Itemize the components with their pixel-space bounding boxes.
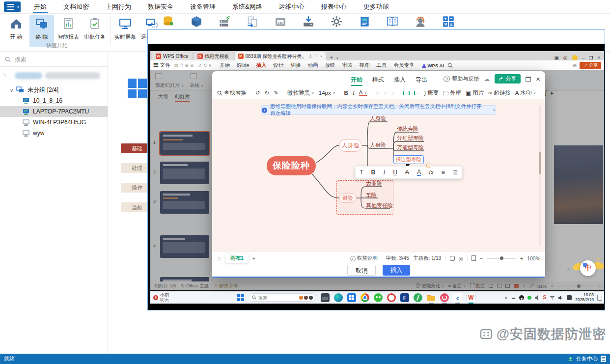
zoom-out-icon[interactable]: −: [480, 255, 483, 261]
menu-item-report-center[interactable]: 报表中心: [321, 0, 347, 13]
canvas-tab[interactable]: 画布1: [225, 254, 249, 263]
taskbar-app-wps[interactable]: W: [467, 293, 475, 302]
tab-list-caret[interactable]: ∨: [336, 56, 339, 60]
menu-item-ops-center[interactable]: 运维中心: [279, 0, 305, 13]
taskbar-app-chrome[interactable]: [360, 293, 369, 302]
taskbar-search[interactable]: [249, 293, 316, 302]
undo-redo-icons[interactable]: ↺↻∨: [198, 63, 213, 68]
sogou-icon[interactable]: S: [543, 295, 547, 300]
fullscreen-icon[interactable]: [450, 256, 455, 261]
collaborator-icon[interactable]: 人: [309, 54, 313, 59]
menu-item-more[interactable]: 更多功能: [363, 0, 389, 13]
tree-group-ungrouped[interactable]: ∨ 未分组 [2/4]: [0, 84, 108, 95]
summary-button[interactable]: } 概要: [424, 89, 439, 97]
branch1-top-node[interactable]: 人身险: [370, 115, 386, 122]
leaf-node[interactable]: 车险: [366, 192, 377, 198]
zoom-in-icon[interactable]: +: [520, 255, 523, 261]
network-card-icon[interactable]: [274, 15, 287, 28]
outer-frame-button[interactable]: 外框: [443, 89, 461, 97]
layout-icon[interactable]: ▣: [554, 55, 558, 60]
help-feedback-button[interactable]: ?帮助与反馈: [444, 75, 479, 83]
dialog-tab-export[interactable]: 导出: [416, 76, 427, 84]
hexagon-3d-icon[interactable]: [190, 15, 203, 28]
branch2-node[interactable]: 财险: [339, 193, 357, 203]
tree-item-computer[interactable]: 10_1_8_16: [0, 95, 108, 106]
menu-item-sys-network[interactable]: 系统&网络: [232, 0, 262, 13]
dialog-tab-start[interactable]: 开始: [351, 76, 362, 84]
presentation-doc-tab[interactable]: P 0839期 保险业务险种分类。 人 ♡ ×: [235, 52, 326, 60]
account-avatar[interactable]: [572, 55, 578, 60]
font-color-icon[interactable]: A∨: [359, 90, 367, 96]
server-wifi-icon[interactable]: [218, 15, 231, 28]
globe-icon[interactable]: ◎: [563, 55, 568, 60]
tree-item-computer[interactable]: wyw: [0, 128, 108, 139]
taskbar-app-pink[interactable]: [440, 293, 449, 302]
insert-parent-node-icon[interactable]: [414, 91, 415, 95]
branch1-node[interactable]: 人身险: [339, 139, 362, 152]
mindmap-root-node[interactable]: 保险险种: [267, 156, 316, 175]
popout-window-icon[interactable]: [526, 77, 531, 82]
tray-expand-icon[interactable]: ∧: [504, 295, 508, 300]
taskbar-app-file-explorer[interactable]: [321, 293, 330, 302]
redo-icon[interactable]: ↻: [265, 89, 270, 96]
clock[interactable]: 16:032025/2/19: [575, 293, 594, 302]
ribbon-tab[interactable]: 会员专享: [394, 62, 415, 69]
file-menu[interactable]: ☰ 文件: [153, 62, 170, 69]
assistant-bubble[interactable]: 中 ∧: [573, 257, 604, 279]
zoom-slider[interactable]: [487, 258, 516, 259]
bold-icon[interactable]: B: [344, 90, 348, 96]
taskbar-app-opera[interactable]: [387, 293, 396, 302]
bold-icon[interactable]: B: [371, 169, 375, 176]
bullet-list-icon[interactable]: ≡: [442, 169, 445, 176]
dialog-close-icon[interactable]: ×: [536, 75, 540, 83]
leaf-node[interactable]: 万能型寿险: [397, 144, 424, 151]
task-center-button[interactable]: 任务中心: [576, 355, 598, 363]
database-icon[interactable]: [162, 15, 175, 28]
menu-item-data-security[interactable]: 数据安全: [148, 0, 173, 13]
locate-center-icon[interactable]: ◎: [459, 255, 463, 261]
taskbar-app-edge[interactable]: [334, 293, 343, 302]
italic-icon[interactable]: I: [383, 169, 385, 176]
leaf-node[interactable]: 传统寿险: [397, 126, 418, 132]
taskbar-app-store[interactable]: [347, 293, 356, 302]
cloud-sync-icon[interactable]: ☁: [484, 76, 490, 83]
settings-gear-icon[interactable]: [330, 15, 343, 28]
quick-access-toolbar[interactable]: ▤⎙⊖⊜: [174, 63, 195, 68]
new-tab-button[interactable]: +: [330, 55, 333, 60]
underline-icon[interactable]: U: [393, 169, 397, 176]
add-canvas-button[interactable]: +: [252, 255, 255, 261]
taskbar-app-ie[interactable]: e: [453, 293, 462, 302]
ribbon-tab[interactable]: 切换: [291, 62, 301, 69]
expand-toolbar-icon[interactable]: ▸: [551, 89, 554, 96]
ribbon-tab-insert[interactable]: 插入: [256, 62, 267, 69]
align-left-icon[interactable]: ≡: [376, 90, 379, 96]
task-log-icon[interactable]: [601, 356, 606, 362]
sound-horn-icon[interactable]: [535, 295, 540, 300]
ribbon-tab[interactable]: 审阅: [342, 62, 353, 69]
taskbar-app-leaf[interactable]: [414, 293, 422, 302]
insert-button[interactable]: 插入: [383, 265, 410, 276]
numbered-list-icon[interactable]: ≣: [453, 169, 458, 176]
restore-button[interactable]: [589, 56, 593, 59]
align-center-icon[interactable]: ≡: [384, 90, 387, 96]
tree-item-computer[interactable]: WIN-4FP3P64H5JG: [0, 117, 108, 128]
wps-home-tab[interactable]: W WPS Office: [152, 52, 192, 60]
insert-child-node-icon[interactable]: [409, 91, 410, 95]
format-painter-icon[interactable]: ✎: [274, 89, 278, 96]
dialog-share-button[interactable]: 分享: [495, 74, 521, 84]
font-family-select[interactable]: 微软雅黑∨: [287, 89, 314, 97]
menu-item-device-mgmt[interactable]: 设备管理: [190, 0, 216, 13]
wps-ai-button[interactable]: WPS AI: [422, 63, 444, 68]
docer-template-tab[interactable]: D 找稻壳模板: [194, 52, 233, 60]
wps-share-button[interactable]: ↗ 分享: [580, 62, 601, 69]
menu-item-doc-encrypt[interactable]: 文档加密: [63, 0, 89, 13]
qq-penguin-icon[interactable]: [519, 295, 524, 300]
more-tools-icon[interactable]: ∫: [545, 90, 546, 96]
license-calculator-icon[interactable]: [442, 15, 455, 28]
search-box[interactable]: [0, 52, 108, 67]
taskbar-app-folder[interactable]: [427, 293, 436, 302]
align-right-icon[interactable]: ≡: [391, 90, 395, 96]
fit-page-icon[interactable]: [471, 255, 476, 261]
cancel-button[interactable]: 取消: [347, 265, 376, 276]
customer-support-icon[interactable]: [414, 15, 427, 28]
